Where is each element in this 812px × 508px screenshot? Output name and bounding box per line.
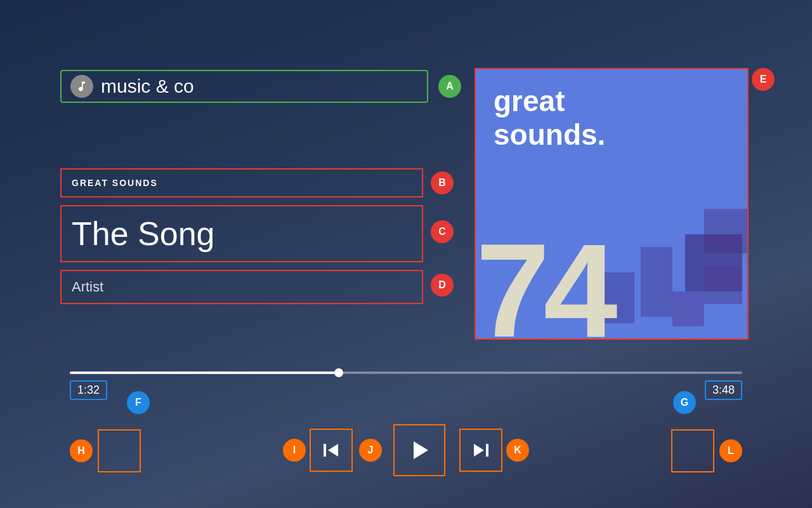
music-icon xyxy=(70,75,93,98)
total-time: 3:48 xyxy=(705,380,742,400)
progress-section: 1:32 3:48 xyxy=(70,371,742,400)
song-title: The Song xyxy=(60,205,423,262)
album-number: 74 xyxy=(476,224,612,338)
badge-a: A xyxy=(438,75,461,98)
progress-fill xyxy=(70,371,339,374)
album-art-container: greatsounds. 74 xyxy=(475,68,749,340)
svg-marker-4 xyxy=(474,444,484,457)
badge-d: D xyxy=(431,274,454,297)
info-section: GREAT SOUNDS B The Song C Artist D xyxy=(60,168,454,308)
skip-next-button[interactable] xyxy=(459,429,502,472)
album-label: GREAT SOUNDS xyxy=(60,168,423,197)
progress-bar[interactable] xyxy=(70,371,742,374)
badge-j: J xyxy=(359,439,382,462)
svg-marker-2 xyxy=(414,441,428,459)
artist-name: Artist xyxy=(60,270,423,304)
song-title-row: The Song C xyxy=(60,201,454,262)
badge-k: K xyxy=(506,439,529,462)
svg-rect-3 xyxy=(486,444,488,457)
skip-prev-button[interactable] xyxy=(310,429,353,472)
badge-b: B xyxy=(431,171,454,194)
album-label-row: GREAT SOUNDS B xyxy=(60,168,454,197)
svg-rect-0 xyxy=(324,444,326,457)
app-title: music & co xyxy=(101,76,194,97)
current-time: 1:32 xyxy=(70,380,107,400)
album-art-label: greatsounds. xyxy=(494,84,605,152)
album-art: greatsounds. 74 xyxy=(476,69,747,338)
badge-g: G xyxy=(673,391,696,414)
progress-thumb[interactable] xyxy=(334,368,343,377)
artist-row: Artist D xyxy=(60,266,454,304)
top-bar: music & co A xyxy=(60,70,461,103)
center-controls: I J K xyxy=(0,424,812,476)
badge-c: C xyxy=(431,220,454,243)
badge-i: I xyxy=(283,439,306,462)
play-button[interactable] xyxy=(393,424,445,476)
badge-f: F xyxy=(127,391,150,414)
search-box[interactable]: music & co xyxy=(60,70,428,103)
svg-marker-1 xyxy=(328,444,338,457)
badge-e: E xyxy=(752,68,775,91)
time-row: 1:32 3:48 xyxy=(70,380,742,400)
